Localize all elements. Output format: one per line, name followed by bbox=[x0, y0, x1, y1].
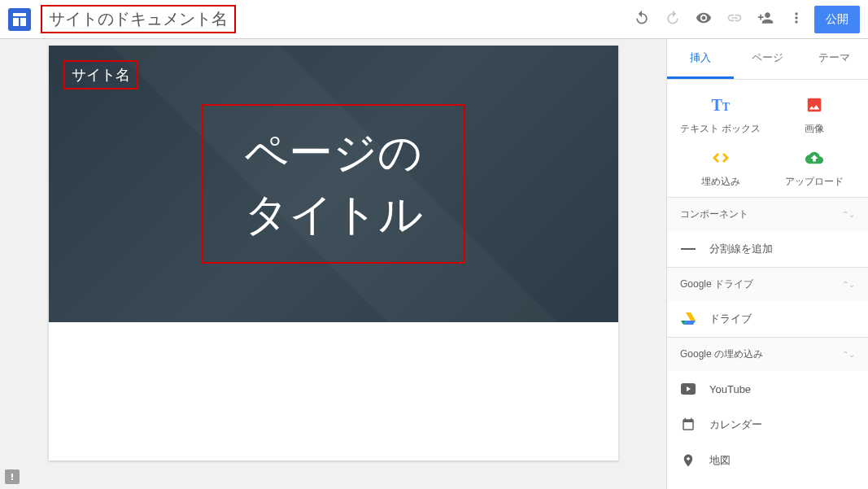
drive-icon bbox=[680, 311, 696, 327]
chevron-icon: ⌃⌄ bbox=[842, 210, 855, 219]
calendar-label: カレンダー bbox=[709, 417, 762, 432]
youtube-icon bbox=[680, 381, 696, 397]
section-gembed-label: Google の埋め込み bbox=[680, 347, 763, 361]
map-label: 地図 bbox=[709, 453, 731, 468]
quick-grid: TT テキスト ボックス 画像 埋め込み アップロード bbox=[667, 80, 868, 197]
chevron-icon: ⌃⌄ bbox=[842, 280, 855, 289]
toolbar-actions bbox=[634, 10, 805, 29]
undo-icon[interactable] bbox=[634, 10, 650, 29]
page-canvas[interactable]: サイト名 ページの タイトル bbox=[49, 46, 618, 461]
item-map[interactable]: 地図 bbox=[667, 443, 868, 478]
divider-label: 分割線を追加 bbox=[709, 242, 773, 256]
svg-rect-5 bbox=[681, 248, 696, 250]
svg-rect-4 bbox=[11, 478, 13, 480]
svg-rect-0 bbox=[13, 13, 26, 16]
insert-image[interactable]: 画像 bbox=[768, 94, 862, 136]
tab-pages[interactable]: ページ bbox=[734, 39, 800, 79]
map-pin-icon bbox=[680, 452, 696, 469]
main-area: サイト名 ページの タイトル 挿入 ページ テーマ TT テキスト ボックス bbox=[0, 39, 868, 489]
item-divider[interactable]: 分割線を追加 bbox=[667, 231, 868, 267]
page-body[interactable] bbox=[49, 322, 618, 461]
insert-embed[interactable]: 埋め込み bbox=[674, 147, 768, 189]
publish-button[interactable]: 公開 bbox=[814, 6, 860, 33]
chevron-icon: ⌃⌄ bbox=[842, 350, 855, 359]
item-drive[interactable]: ドライブ bbox=[667, 301, 868, 337]
insert-textbox[interactable]: TT テキスト ボックス bbox=[674, 94, 768, 136]
redo-icon[interactable] bbox=[665, 10, 681, 29]
page-title-line2: タイトル bbox=[244, 190, 423, 238]
divider-icon bbox=[680, 241, 696, 257]
sidebar: 挿入 ページ テーマ TT テキスト ボックス 画像 埋め込み アップロード bbox=[666, 39, 868, 489]
page-title[interactable]: ページの タイトル bbox=[202, 104, 465, 263]
youtube-label: YouTube bbox=[709, 383, 751, 395]
site-name[interactable]: サイト名 bbox=[63, 60, 138, 90]
sidebar-tabs: 挿入 ページ テーマ bbox=[667, 39, 868, 80]
item-youtube[interactable]: YouTube bbox=[667, 371, 868, 407]
sites-logo[interactable] bbox=[8, 8, 31, 31]
more-icon[interactable] bbox=[788, 10, 805, 29]
textbox-label: テキスト ボックス bbox=[680, 122, 761, 136]
image-icon bbox=[805, 94, 823, 116]
banner-section[interactable]: サイト名 ページの タイトル bbox=[49, 46, 618, 322]
textbox-icon: TT bbox=[711, 94, 730, 116]
preview-icon[interactable] bbox=[696, 10, 712, 29]
embed-icon bbox=[711, 147, 731, 168]
svg-rect-2 bbox=[20, 18, 26, 26]
embed-label: 埋め込み bbox=[701, 175, 740, 189]
svg-rect-1 bbox=[13, 18, 19, 26]
section-drive-label: Google ドライブ bbox=[680, 277, 753, 291]
link-icon[interactable] bbox=[726, 10, 743, 29]
section-drive[interactable]: Google ドライブ ⌃⌄ bbox=[667, 267, 868, 301]
drive-label: ドライブ bbox=[709, 312, 752, 326]
section-components-label: コンポーネント bbox=[680, 207, 748, 221]
tab-insert[interactable]: 挿入 bbox=[667, 39, 734, 79]
calendar-icon bbox=[680, 417, 696, 433]
svg-rect-3 bbox=[11, 474, 13, 478]
section-google-embed[interactable]: Google の埋め込み ⌃⌄ bbox=[667, 337, 868, 371]
upload-icon bbox=[805, 147, 823, 168]
topbar: サイトのドキュメント名 公開 bbox=[0, 0, 868, 39]
document-name-input[interactable]: サイトのドキュメント名 bbox=[41, 5, 236, 33]
image-label: 画像 bbox=[805, 122, 824, 136]
page-title-line1: ページの bbox=[244, 128, 422, 177]
insert-upload[interactable]: アップロード bbox=[768, 147, 862, 189]
upload-label: アップロード bbox=[785, 175, 844, 189]
item-calendar[interactable]: カレンダー bbox=[667, 407, 868, 443]
tab-themes[interactable]: テーマ bbox=[801, 39, 868, 79]
section-components[interactable]: コンポーネント ⌃⌄ bbox=[667, 197, 868, 231]
add-person-icon[interactable] bbox=[757, 10, 774, 29]
feedback-icon[interactable] bbox=[5, 469, 20, 484]
canvas-wrap: サイト名 ページの タイトル bbox=[0, 39, 666, 489]
